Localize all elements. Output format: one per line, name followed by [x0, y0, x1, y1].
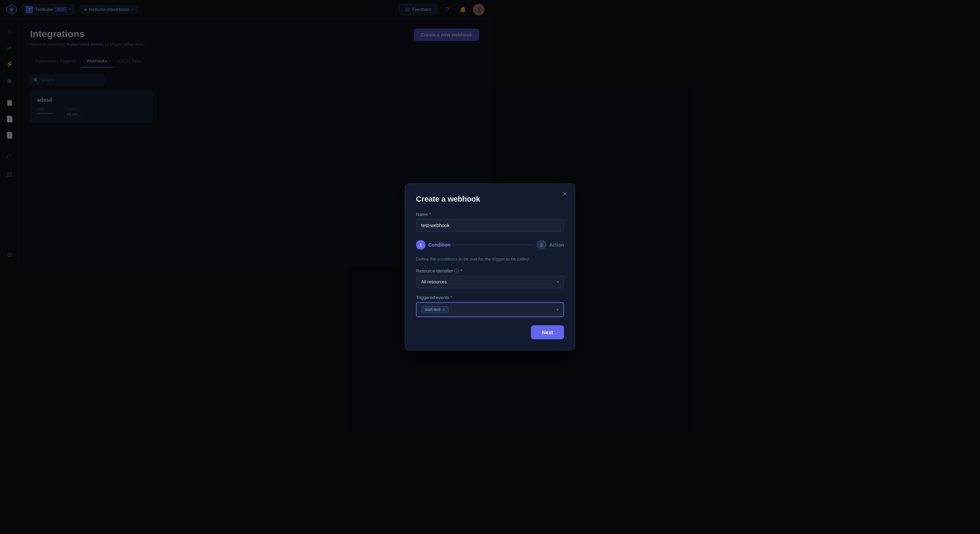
modal-overlay[interactable]: ✕ Create a webhook Name * 1 Condition — [19, 19, 490, 267]
name-field-label: Name * — [416, 212, 490, 217]
stepper: 1 Condition 2 Action — [416, 240, 490, 250]
name-input[interactable] — [416, 219, 490, 232]
modal-title: Create a webhook — [416, 195, 490, 203]
step-description: Define the conditions to be met for the … — [416, 256, 490, 262]
step-1-label: Condition — [428, 242, 450, 248]
main-layout: ⌂ ⇄ ⚡ ◉ 📋 📄 📑 🛡 ▤ ⚙ Int — [0, 19, 490, 267]
step-1-circle: 1 — [416, 240, 426, 250]
step-1: 1 Condition — [416, 240, 450, 250]
main-content: Integrations React to incoming Kubernete… — [19, 19, 490, 267]
step-divider — [455, 245, 490, 245]
create-webhook-modal: ✕ Create a webhook Name * 1 Condition — [405, 183, 490, 267]
required-indicator: * — [429, 212, 431, 217]
